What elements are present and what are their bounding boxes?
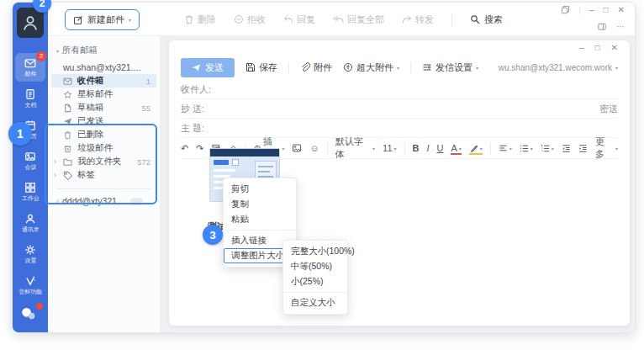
from-address-selector[interactable]: wu.shan@xty321.wecom.work ▾ [499, 63, 618, 72]
font-size-value: 11 [383, 143, 392, 153]
italic-button[interactable]: I [426, 143, 429, 153]
forward-button[interactable]: 转发 [402, 13, 434, 26]
rail-item-beta[interactable]: 尝鲜功能 [15, 271, 45, 300]
rail-item-mail[interactable]: 邮件 2 [15, 53, 45, 82]
underline-button[interactable]: U [437, 143, 444, 153]
font-color-button[interactable]: A▾ [451, 143, 461, 153]
menu-item-paste[interactable]: 粘贴 [224, 212, 296, 227]
maximize-button[interactable]: □ [595, 43, 600, 52]
chevron-down-icon: ▾ [397, 65, 399, 71]
close-button[interactable]: ✕ [618, 5, 625, 14]
image-size-submenu: 完整大小(100%) 中等(50%) 小(25%) 自定义大小 [282, 240, 348, 315]
font-size-select[interactable]: 11▾ [383, 143, 396, 153]
menu-item-copy[interactable]: 复制 [224, 197, 296, 212]
bullet-list-button[interactable]: ▾ [520, 144, 533, 153]
cc-label: 抄 送: [181, 103, 204, 115]
rail-label: 设置 [24, 257, 36, 263]
attachment-button[interactable]: 附件 [300, 61, 332, 74]
inbox-icon [63, 77, 72, 86]
mail-icon [24, 57, 36, 69]
send-label: 发送 [205, 61, 224, 74]
folder-label: 收件箱 [77, 75, 104, 87]
menu-divider [224, 230, 296, 231]
submenu-item-medium[interactable]: 中等(50%) [283, 259, 347, 274]
bold-button[interactable]: B [413, 143, 420, 153]
wecom-logo[interactable] [19, 305, 41, 326]
indent-increase-button[interactable] [578, 144, 588, 153]
rail-item-workbench[interactable]: 工作台 [15, 178, 45, 206]
submenu-item-custom-size[interactable]: 自定义大小 [283, 295, 347, 310]
folder-starred[interactable]: 星标邮件 [51, 88, 156, 101]
chevron-down-icon: ▾ [509, 146, 512, 151]
app-rail: 邮件 2 文档 日历 会议 工作台 [13, 3, 48, 332]
insert-link-label: 插入链接 [231, 235, 267, 247]
indent-decrease-button[interactable] [562, 144, 571, 153]
layout-panel-icon[interactable] [597, 22, 607, 31]
folder-drafts[interactable]: 草稿箱 55 [51, 101, 156, 114]
image-icon [292, 143, 302, 153]
reply-button[interactable]: 回复 [283, 13, 315, 26]
highlight-color-button[interactable]: ▾ [469, 144, 483, 153]
to-field[interactable]: 收件人: [181, 80, 618, 99]
submenu-item-full-size[interactable]: 完整大小(100%) [283, 244, 347, 259]
unread-badge: 2 [36, 51, 46, 61]
large-attachment-icon [343, 62, 353, 72]
delete-label: 删除 [198, 13, 216, 26]
minimize-button[interactable]: – [579, 43, 584, 52]
menu-item-cut[interactable]: 剪切 [224, 182, 296, 197]
font-family-select[interactable]: 默认字体▾ [335, 135, 375, 161]
emoji-button[interactable]: ☺ [309, 143, 319, 153]
compose-window-controls: – □ ✕ [579, 43, 618, 52]
app-window-controls: – □ ✕ [561, 5, 625, 14]
reply-all-icon [333, 14, 344, 24]
reject-button[interactable]: 拒收 [234, 13, 266, 26]
delete-button[interactable]: 删除 [184, 13, 216, 26]
send-button[interactable]: 发送 [181, 58, 235, 77]
folder-inbox[interactable]: 收件箱 1 [51, 74, 156, 88]
reply-all-button[interactable]: 回复全部 [333, 13, 384, 26]
save-button[interactable]: 保存 [245, 61, 277, 74]
thumbnail-square [232, 159, 239, 166]
minimize-button[interactable]: – [589, 5, 594, 14]
full-size-label: 完整大小(100%) [291, 246, 355, 257]
maximize-button[interactable]: □ [604, 5, 609, 14]
chevron-down-icon: ▾ [552, 146, 554, 151]
new-mail-button[interactable]: 新建邮件 ▾ [65, 9, 140, 30]
chevron-down-icon: ▾ [129, 17, 131, 23]
bcc-toggle[interactable]: 密送 [599, 103, 618, 115]
large-attachment-button[interactable]: 超大附件 ▾ [343, 61, 399, 74]
rail-item-settings[interactable]: 设置 [15, 240, 45, 268]
account-name[interactable]: wu.shan@xty321.... [48, 56, 160, 74]
thumbnail-button [214, 160, 229, 165]
numbered-list-button[interactable]: ▾ [541, 144, 554, 153]
send-settings-button[interactable]: 发信设置 ▾ [422, 61, 478, 74]
insert-image-button[interactable] [292, 143, 302, 153]
subject-label: 主 题: [181, 122, 204, 135]
undo-button[interactable]: ↶ [181, 143, 188, 154]
more-button[interactable]: ⋯ [616, 22, 625, 31]
rail-label: 通讯录 [22, 226, 40, 232]
align-button[interactable]: ▾ [499, 144, 512, 153]
toolbar-separator [404, 143, 405, 154]
cc-field[interactable]: 抄 送: 密送 [181, 99, 618, 119]
close-button[interactable]: ✕ [611, 43, 618, 52]
reject-label: 拒收 [247, 13, 266, 26]
more-format-button[interactable]: 更多▾ [595, 135, 618, 161]
meeting-icon [24, 151, 36, 162]
mailbox-group[interactable]: ▾ 所有邮箱 [48, 36, 160, 56]
search-button[interactable]: 搜索 [470, 13, 503, 26]
search-label: 搜索 [484, 13, 503, 26]
subject-field[interactable]: 主 题: [181, 119, 618, 138]
rail-item-docs[interactable]: 文档 [15, 84, 45, 113]
redo-button[interactable]: ↷ [196, 143, 203, 154]
more-format-label: 更多 [595, 135, 613, 161]
topbar: 新建邮件 ▾ 删除 拒收 回复 回复全部 [48, 3, 635, 36]
rail-item-meeting[interactable]: 会议 [15, 146, 45, 175]
submenu-item-small[interactable]: 小(25%) [283, 274, 347, 289]
mailbox-group-label: 所有邮箱 [62, 45, 98, 56]
chevron-down-icon: ▾ [56, 48, 59, 54]
restore-icon[interactable] [561, 5, 570, 14]
chevron-down-icon: ▾ [615, 65, 618, 71]
rail-item-contacts[interactable]: 通讯录 [15, 209, 45, 237]
annotation-box-1 [45, 124, 157, 204]
